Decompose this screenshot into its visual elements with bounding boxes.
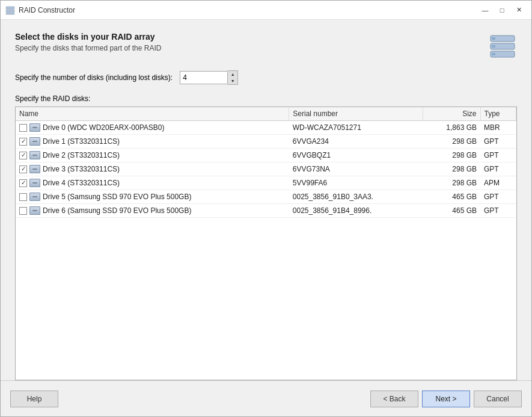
cell-name-1: Drive 1 (ST3320311CS) [16, 135, 289, 149]
drive-icon-6 [29, 206, 40, 215]
app-icon [5, 5, 15, 15]
cell-size-2: 298 GB [423, 149, 480, 162]
spinbox-up-button[interactable]: ▲ [228, 71, 237, 78]
disk-checkbox-4[interactable] [19, 179, 27, 187]
back-button[interactable]: < Back [370, 391, 418, 407]
num-disks-section: Specify the number of disks (including l… [15, 70, 517, 85]
cell-size-4: 298 GB [423, 176, 480, 190]
cell-name-2: Drive 2 (ST3320311CS) [16, 149, 289, 162]
cell-size-6: 465 GB [423, 204, 480, 218]
disk-checkbox-2[interactable] [19, 152, 27, 159]
cell-type-3: GPT [480, 162, 516, 176]
drive-name-1: Drive 1 (ST3320311CS) [43, 137, 120, 146]
cell-size-0: 1,863 GB [423, 121, 480, 135]
page-title: Select the disks in your RAID array [15, 32, 161, 42]
svg-rect-8 [492, 53, 495, 55]
cell-size-3: 298 GB [423, 162, 480, 176]
spinbox-down-button[interactable]: ▼ [228, 78, 237, 84]
cell-name-3: Drive 3 (ST3320311CS) [16, 162, 289, 176]
drive-name-4: Drive 4 (ST3320311CS) [43, 179, 120, 187]
table-row: Drive 1 (ST3320311CS)6VVGA234298 GBGPT [16, 135, 516, 149]
footer-left: Help [10, 391, 370, 407]
raid-icon [488, 32, 517, 61]
svg-rect-6 [492, 45, 495, 48]
table-row: Drive 5 (Samsung SSD 970 EVO Plus 500GB)… [16, 190, 516, 204]
header-section: Select the disks in your RAID array Spec… [15, 32, 517, 61]
num-disks-spinbox: ▲ ▼ [180, 70, 238, 85]
spinbox-controls: ▲ ▼ [228, 70, 238, 85]
cell-serial-3: 6VVG73NA [289, 162, 423, 176]
cell-name-5: Drive 5 (Samsung SSD 970 EVO Plus 500GB) [16, 190, 289, 204]
close-button[interactable]: ✕ [511, 4, 527, 16]
table-header-row: Name Serial number Size Type [16, 107, 516, 121]
disk-checkbox-5[interactable] [19, 193, 27, 201]
disk-checkbox-3[interactable] [19, 165, 27, 173]
footer-right: < Back Next > Cancel [370, 391, 522, 407]
next-button[interactable]: Next > [422, 391, 470, 407]
svg-rect-4 [492, 37, 495, 40]
num-disks-label: Specify the number of disks (including l… [15, 73, 173, 82]
cell-type-6: GPT [480, 204, 516, 218]
col-serial: Serial number [289, 107, 423, 121]
drive-icon-4 [29, 179, 40, 187]
drive-name-6: Drive 6 (Samsung SSD 970 EVO Plus 500GB) [43, 206, 191, 215]
svg-rect-0 [6, 7, 14, 9]
cell-name-0: Drive 0 (WDC WD20EARX-00PASB0) [16, 121, 289, 135]
window-title: RAID Constructor [19, 6, 477, 14]
col-type: Type [480, 107, 516, 121]
cell-type-0: MBR [480, 121, 516, 135]
footer: Help < Back Next > Cancel [1, 380, 531, 416]
col-size: Size [423, 107, 480, 121]
drive-name-5: Drive 5 (Samsung SSD 970 EVO Plus 500GB) [43, 193, 191, 201]
drive-name-3: Drive 3 (ST3320311CS) [43, 165, 120, 173]
content-area: Select the disks in your RAID array Spec… [1, 20, 531, 380]
col-name: Name [16, 107, 289, 121]
cell-size-5: 465 GB [423, 190, 480, 204]
drive-icon-0 [29, 123, 40, 132]
cell-type-4: APM [480, 176, 516, 190]
drive-icon-1 [29, 137, 40, 146]
disk-table: Name Serial number Size Type Drive 0 (WD… [16, 107, 516, 218]
table-row: Drive 6 (Samsung SSD 970 EVO Plus 500GB)… [16, 204, 516, 218]
drive-icon-5 [29, 193, 40, 201]
table-section-label: Specify the RAID disks: [15, 94, 517, 103]
table-row: Drive 2 (ST3320311CS)6VVGBQZ1298 GBGPT [16, 149, 516, 162]
cell-type-5: GPT [480, 190, 516, 204]
table-row: Drive 3 (ST3320311CS)6VVG73NA298 GBGPT [16, 162, 516, 176]
minimize-button[interactable]: — [477, 4, 493, 16]
disk-table-container: Name Serial number Size Type Drive 0 (WD… [15, 107, 517, 380]
table-row: Drive 0 (WDC WD20EARX-00PASB0)WD-WCAZA70… [16, 121, 516, 135]
title-bar-controls: — □ ✕ [477, 4, 527, 16]
cell-type-2: GPT [480, 149, 516, 162]
disk-checkbox-6[interactable] [19, 207, 27, 215]
main-window: RAID Constructor — □ ✕ Select the disks … [0, 0, 532, 417]
cell-serial-6: 0025_3856_91B4_8996. [289, 204, 423, 218]
header-text: Select the disks in your RAID array Spec… [15, 32, 161, 52]
svg-rect-1 [6, 10, 14, 12]
cell-name-4: Drive 4 (ST3320311CS) [16, 176, 289, 190]
table-row: Drive 4 (ST3320311CS)5VV99FA6298 GBAPM [16, 176, 516, 190]
cell-serial-5: 0025_3856_91B0_3AA3. [289, 190, 423, 204]
num-disks-input[interactable] [180, 71, 228, 84]
cell-serial-2: 6VVGBQZ1 [289, 149, 423, 162]
cell-serial-1: 6VVGA234 [289, 135, 423, 149]
page-subtitle: Specify the disks that formed part of th… [15, 44, 161, 52]
drive-icon-3 [29, 165, 40, 173]
cancel-button[interactable]: Cancel [474, 391, 522, 407]
cell-serial-0: WD-WCAZA7051271 [289, 121, 423, 135]
svg-rect-2 [6, 13, 14, 14]
title-bar: RAID Constructor — □ ✕ [1, 1, 531, 20]
cell-size-1: 298 GB [423, 135, 480, 149]
cell-serial-4: 5VV99FA6 [289, 176, 423, 190]
disk-checkbox-1[interactable] [19, 138, 27, 146]
drive-name-2: Drive 2 (ST3320311CS) [43, 151, 120, 159]
drive-name-0: Drive 0 (WDC WD20EARX-00PASB0) [43, 123, 165, 132]
drive-icon-2 [29, 151, 40, 159]
maximize-button[interactable]: □ [494, 4, 510, 16]
help-button[interactable]: Help [10, 391, 58, 407]
disk-checkbox-0[interactable] [19, 124, 27, 132]
cell-type-1: GPT [480, 135, 516, 149]
cell-name-6: Drive 6 (Samsung SSD 970 EVO Plus 500GB) [16, 204, 289, 218]
